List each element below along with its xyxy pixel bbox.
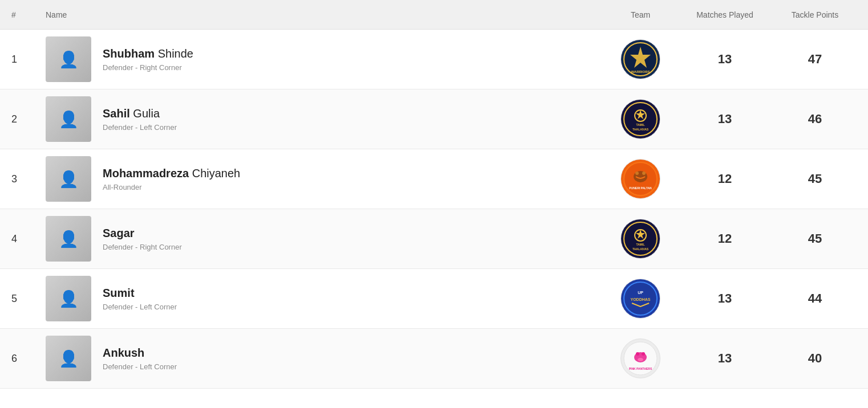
svg-text:THALAIVAS: THALAIVAS bbox=[632, 247, 649, 251]
header-matches: Matches Played bbox=[676, 10, 773, 19]
player-position: Defender - Left Corner bbox=[103, 303, 605, 311]
player-first-name: Sagar bbox=[103, 227, 135, 239]
player-rank: 1 bbox=[11, 54, 46, 66]
player-name: Sagar bbox=[103, 227, 605, 240]
player-avatar: 👤 bbox=[46, 276, 97, 321]
player-info: Sumit Defender - Left Corner bbox=[97, 287, 605, 311]
player-position: Defender - Left Corner bbox=[103, 123, 605, 132]
player-avatar: 👤 bbox=[46, 96, 97, 142]
player-avatar: 👤 bbox=[46, 36, 97, 82]
table-row: 1 👤 Shubham Shinde Defender - Right Corn… bbox=[0, 30, 868, 89]
player-avatar: 👤 bbox=[46, 216, 97, 262]
player-rank: 3 bbox=[11, 173, 46, 185]
svg-text:PUNERI PALTAN: PUNERI PALTAN bbox=[629, 186, 652, 190]
player-name: Ankush bbox=[103, 346, 605, 360]
avatar-image: 👤 bbox=[46, 276, 91, 321]
header-name: Name bbox=[46, 10, 605, 19]
team-logo: PINK PANTHERS bbox=[620, 338, 660, 378]
table-row: 6 👤 Ankush Defender - Left Corner PINK P… bbox=[0, 329, 868, 389]
avatar-image: 👤 bbox=[46, 156, 91, 202]
matches-played-value: 13 bbox=[676, 112, 773, 127]
player-name: Shubham Shinde bbox=[103, 47, 605, 60]
matches-played-value: 13 bbox=[676, 52, 773, 67]
player-first-name: Sahil bbox=[103, 107, 130, 120]
matches-played-value: 13 bbox=[676, 291, 773, 306]
team-logo: WARRIORS bbox=[620, 39, 660, 79]
svg-point-25 bbox=[638, 358, 643, 361]
player-rank: 2 bbox=[11, 113, 46, 125]
player-name: Sahil Gulia bbox=[103, 107, 605, 120]
player-rank: 5 bbox=[11, 293, 46, 305]
player-first-name: Ankush bbox=[103, 346, 144, 359]
team-logo-cell: PINK PANTHERS bbox=[605, 338, 676, 378]
player-first-name: Shubham bbox=[103, 47, 155, 60]
svg-point-24 bbox=[642, 352, 645, 356]
matches-played-value: 13 bbox=[676, 351, 773, 366]
player-first-name: Sumit bbox=[103, 287, 135, 299]
avatar-image: 👤 bbox=[46, 96, 91, 142]
player-info: Mohammadreza Chiyaneh All-Rounder bbox=[97, 167, 605, 191]
header-tackle: Tackle Points bbox=[773, 10, 857, 19]
svg-text:PINK PANTHERS: PINK PANTHERS bbox=[629, 367, 652, 370]
player-rank: 6 bbox=[11, 353, 46, 365]
svg-point-11 bbox=[642, 172, 646, 175]
svg-point-10 bbox=[635, 172, 639, 175]
avatar-image: 👤 bbox=[46, 36, 91, 82]
player-info: Shubham Shinde Defender - Right Corner bbox=[97, 47, 605, 72]
player-info: Ankush Defender - Left Corner bbox=[97, 346, 605, 371]
svg-point-23 bbox=[636, 352, 639, 356]
tackle-points-value: 46 bbox=[773, 112, 857, 127]
tackle-points-value: 47 bbox=[773, 52, 857, 67]
matches-played-value: 12 bbox=[676, 172, 773, 186]
team-logo-cell: TAMIL THALAIVAS bbox=[605, 219, 676, 259]
player-position: Defender - Left Corner bbox=[103, 362, 605, 371]
player-info: Sahil Gulia Defender - Left Corner bbox=[97, 107, 605, 132]
avatar-image: 👤 bbox=[46, 336, 91, 381]
tackle-points-value: 40 bbox=[773, 351, 857, 366]
player-position: Defender - Right Corner bbox=[103, 63, 605, 72]
table-header: # Name Team Matches Played Tackle Points bbox=[0, 0, 868, 30]
svg-text:UP: UP bbox=[638, 291, 643, 295]
player-info: Sagar Defender - Right Corner bbox=[97, 227, 605, 251]
table-row: 3 👤 Mohammadreza Chiyaneh All-Rounder PU… bbox=[0, 149, 868, 209]
matches-played-value: 12 bbox=[676, 231, 773, 246]
player-avatar: 👤 bbox=[46, 336, 97, 381]
tackle-points-value: 44 bbox=[773, 291, 857, 306]
team-logo-cell: PUNERI PALTAN bbox=[605, 159, 676, 199]
player-name: Sumit bbox=[103, 287, 605, 300]
avatar-image: 👤 bbox=[46, 216, 91, 262]
player-position: Defender - Right Corner bbox=[103, 243, 605, 251]
team-logo-cell: UP YODDHAS bbox=[605, 279, 676, 319]
header-team: Team bbox=[605, 10, 676, 19]
svg-text:TAMIL: TAMIL bbox=[636, 123, 645, 127]
team-logo: UP YODDHAS bbox=[620, 279, 660, 319]
svg-text:YODDHAS: YODDHAS bbox=[630, 297, 650, 301]
svg-text:WARRIORS: WARRIORS bbox=[631, 70, 650, 74]
team-logo-cell: WARRIORS bbox=[605, 39, 676, 79]
team-logo: TAMIL THALAIVAS bbox=[620, 219, 660, 259]
team-logo: PUNERI PALTAN bbox=[620, 159, 660, 199]
table-row: 5 👤 Sumit Defender - Left Corner UP YODD… bbox=[0, 269, 868, 329]
player-name: Mohammadreza Chiyaneh bbox=[103, 167, 605, 180]
svg-text:TAMIL: TAMIL bbox=[636, 243, 645, 246]
team-logo: TAMIL THALAIVAS bbox=[620, 99, 660, 139]
player-first-name: Mohammadreza bbox=[103, 167, 189, 179]
header-rank: # bbox=[11, 10, 46, 19]
player-rank: 4 bbox=[11, 233, 46, 245]
team-logo-cell: TAMIL THALAIVAS bbox=[605, 99, 676, 139]
tackle-points-value: 45 bbox=[773, 172, 857, 186]
player-list: 1 👤 Shubham Shinde Defender - Right Corn… bbox=[0, 30, 868, 389]
table-row: 2 👤 Sahil Gulia Defender - Left Corner T… bbox=[0, 89, 868, 149]
tackle-points-value: 45 bbox=[773, 231, 857, 246]
player-avatar: 👤 bbox=[46, 156, 97, 202]
svg-text:THALAIVAS: THALAIVAS bbox=[632, 128, 649, 131]
table-row: 4 👤 Sagar Defender - Right Corner TAMIL … bbox=[0, 209, 868, 269]
player-position: All-Rounder bbox=[103, 183, 605, 191]
